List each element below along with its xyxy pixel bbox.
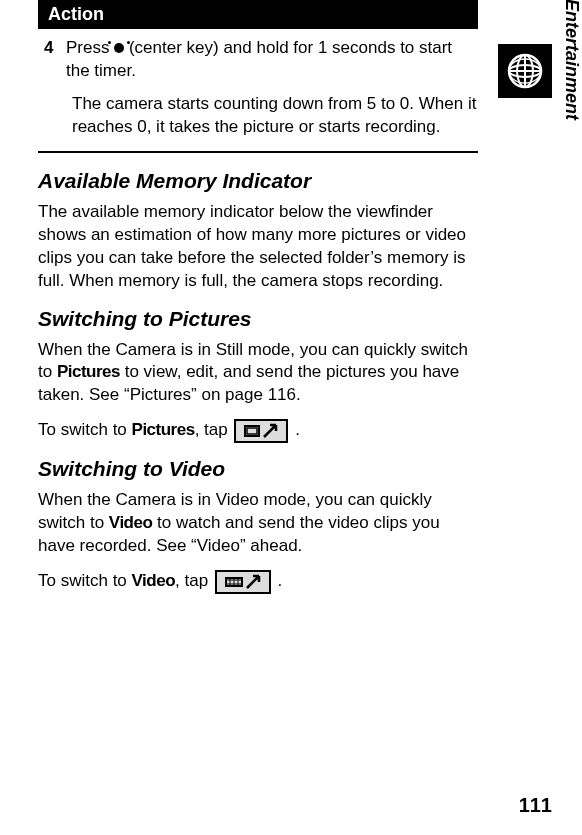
switch-pictures-line: To switch to Pictures, tap . [38, 419, 478, 443]
page-number: 111 [519, 794, 552, 817]
step-text-pre: Press [66, 38, 114, 57]
page: Draft Action 4 Press (center key) and ho… [0, 0, 582, 835]
step-number: 4 [38, 37, 66, 83]
video-bold-1: Video [109, 513, 152, 532]
step-4-subtext: The camera starts counting down from 5 t… [72, 93, 478, 139]
body-memory-indicator: The available memory indicator below the… [38, 201, 478, 293]
body-switching-video: When the Camera is in Video mode, you ca… [38, 489, 478, 558]
pictures-switch-post: . [295, 421, 300, 440]
action-header-text: Action [48, 4, 104, 24]
video-switch-mid: , tap [175, 572, 213, 591]
pictures-bold-2: Pictures [132, 421, 195, 440]
main-content: Action 4 Press (center key) and hold for… [38, 0, 478, 606]
pictures-switch-pre: To switch to [38, 421, 132, 440]
heading-memory-indicator: Available Memory Indicator [38, 169, 478, 193]
video-switch-pre: To switch to [38, 572, 132, 591]
globe-icon [498, 44, 552, 98]
switch-video-line: To switch to Video, tap . [38, 570, 478, 594]
body-switching-pictures: When the Camera is in Still mode, you ca… [38, 339, 478, 408]
pictures-switch-mid: , tap [195, 421, 233, 440]
heading-switching-video: Switching to Video [38, 457, 478, 481]
heading-switching-pictures: Switching to Pictures [38, 307, 478, 331]
action-header-bar: Action [38, 0, 478, 29]
pictures-bold-1: Pictures [57, 362, 120, 381]
svg-rect-1 [247, 428, 257, 434]
side-section-label: News and Entertainment [561, 0, 582, 120]
center-key-icon [114, 37, 124, 60]
video-bold-2: Video [132, 572, 175, 591]
video-switch-icon [215, 570, 271, 594]
video-switch-post: . [278, 572, 283, 591]
pictures-switch-icon [234, 419, 288, 443]
step-4: 4 Press (center key) and hold for 1 seco… [38, 37, 478, 83]
divider-rule [38, 151, 478, 153]
step-text: Press (center key) and hold for 1 second… [66, 37, 478, 83]
